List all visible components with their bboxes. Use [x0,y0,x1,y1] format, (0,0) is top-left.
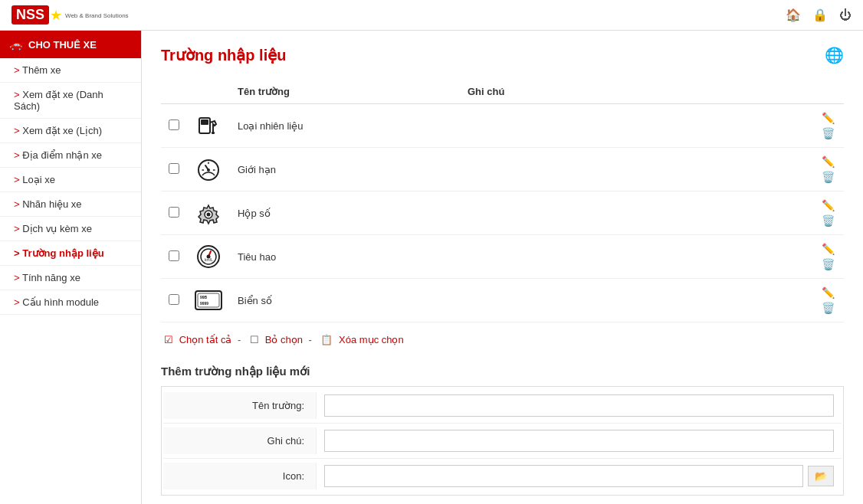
delete-button-2[interactable]: 🗑️ [820,169,836,185]
form-input-wrap-icon: 📂 [317,459,842,493]
col-header-check [161,80,187,104]
svg-rect-1 [201,119,208,125]
sidebar-item-them-xe[interactable]: Thêm xe [0,58,141,83]
row-checkbox-2[interactable] [169,163,179,174]
row-note-1 [460,104,798,148]
add-form-title: Thêm trường nhập liệu mới [161,365,844,378]
row-checkbox-3[interactable] [169,207,179,218]
edit-button-3[interactable]: ✏️ [820,198,836,213]
sidebar-item-xem-dat-xe-lich[interactable]: Xem đặt xe (Lịch) [0,119,141,143]
row-icon-speed [195,155,222,183]
layout: 🚗 CHO THUÊ XE Thêm xe Xem đặt xe (Danh S… [0,31,863,504]
table-row: Loại nhiên liệu ✏️ 🗑️ [161,104,844,148]
ghi-chu-input[interactable] [324,430,834,452]
form-label-icon: Icon: [163,463,317,489]
row-note-5 [460,279,798,322]
sidebar-item-cau-hinh[interactable]: Cấu hình module [0,290,141,315]
svg-text:km/L: km/L [205,257,213,262]
power-icon[interactable]: ⏻ [839,8,852,22]
form-row-ten-truong: Tên trường: [163,388,842,424]
sidebar-item-tinh-nang[interactable]: Tính năng xe [0,266,141,290]
row-icon-gear [195,199,222,227]
separator-2: - [309,334,315,345]
col-header-actions [798,80,844,104]
logo-star-icon: ★ [50,7,62,24]
form-input-wrap-ten-truong [317,388,842,423]
page-title-text: Trường nhập liệu [161,46,286,64]
header-icons: 🏠 🔒 ⏻ [786,8,852,22]
sidebar: 🚗 CHO THUÊ XE Thêm xe Xem đặt xe (Danh S… [0,31,142,504]
row-name-5: Biển số [230,279,460,322]
delete-selected-link[interactable]: Xóa mục chọn [339,334,404,345]
sidebar-item-dia-diem[interactable]: Địa điểm nhận xe [0,143,141,168]
svg-point-6 [207,213,211,217]
row-checkbox-4[interactable] [169,250,179,261]
col-header-icon [187,80,230,104]
logo-subtitle: Web & Brand Solutions [65,13,129,19]
edit-button-1[interactable]: ✏️ [820,110,836,126]
svg-point-4 [207,169,210,172]
sidebar-item-loai-xe[interactable]: Loại xe [0,168,141,192]
row-icon-fuel [195,112,222,139]
select-all-link[interactable]: Chọn tất cả [179,334,232,345]
globe-icon[interactable]: 🌐 [825,46,844,64]
deselect-link[interactable]: Bỏ chọn [265,334,303,345]
sidebar-title: 🚗 CHO THUÊ XE [0,31,141,58]
logo-nss-text: NSS [11,5,49,25]
add-form-table: Tên trường: Ghi chú: Icon: 📂 [161,386,844,496]
edit-button-5[interactable]: ✏️ [820,285,836,300]
sidebar-item-nhan-hieu[interactable]: Nhãn hiệu xe [0,192,141,217]
car-icon: 🚗 [9,38,22,51]
col-header-ghi-chu: Ghi chú [460,80,798,104]
row-icon-plate: 99B 9999 [195,286,222,314]
home-icon[interactable]: 🏠 [786,8,801,22]
browse-icon-button[interactable]: 📂 [808,466,834,486]
svg-text:9999: 9999 [200,301,208,306]
sidebar-item-dich-vu[interactable]: Dịch vụ kèm xe [0,217,141,241]
delete-button-4[interactable]: 🗑️ [820,257,836,272]
lock-icon[interactable]: 🔒 [812,8,828,22]
fields-table: Tên trường Ghi chú [161,80,844,322]
page-title-row: Trường nhập liệu 🌐 [161,46,844,64]
ten-truong-input[interactable] [324,394,834,417]
delete-selected-icon: 📋 [320,334,333,345]
table-row: Hộp số ✏️ 🗑️ [161,191,844,235]
table-row: km/L Tiêu hao ✏️ 🗑️ [161,235,844,279]
icon-input[interactable] [324,465,803,487]
sidebar-item-xem-dat-xe-ds[interactable]: Xem đặt xe (Danh Sách) [0,83,141,119]
checkbox-deselect-icon: ☐ [250,334,259,345]
separator-1: - [238,334,244,345]
row-name-1: Loại nhiên liệu [230,104,460,148]
checkbox-select-all-icon: ☑ [164,334,173,345]
table-row: 99B 9999 Biển số ✏️ 🗑️ [161,279,844,322]
table-actions: ☑ Chọn tất cả - ☐ Bỏ chọn - 📋 Xóa mục ch… [161,334,844,345]
row-name-3: Hộp số [230,191,460,235]
edit-button-4[interactable]: ✏️ [820,241,836,257]
delete-button-1[interactable]: 🗑️ [820,126,836,141]
row-note-4 [460,235,798,279]
svg-rect-11 [195,291,221,309]
sidebar-title-text: CHO THUÊ XE [28,39,97,51]
row-checkbox-1[interactable] [169,119,179,130]
form-row-ghi-chu: Ghi chú: [163,424,842,459]
row-name-2: Giới hạn [230,148,460,191]
sidebar-item-truong-nhap-lieu[interactable]: Trường nhập liệu [0,241,141,266]
svg-rect-2 [212,132,215,134]
row-icon-gauge: km/L [195,243,222,270]
form-input-wrap-ghi-chu [317,424,842,458]
row-note-3 [460,191,798,235]
logo: NSS★ Web & Brand Solutions [11,5,129,25]
edit-button-2[interactable]: ✏️ [820,154,836,169]
main-content: Trường nhập liệu 🌐 Tên trường Ghi chú [142,31,863,504]
delete-button-3[interactable]: 🗑️ [820,213,836,228]
svg-text:99B: 99B [200,295,208,299]
table-row: Giới hạn ✏️ 🗑️ [161,148,844,191]
form-label-ten-truong: Tên trường: [163,392,317,419]
row-name-4: Tiêu hao [230,235,460,279]
form-label-ghi-chu: Ghi chú: [163,427,317,454]
delete-button-5[interactable]: 🗑️ [820,300,836,316]
col-header-ten-truong: Tên trường [230,80,460,104]
header: NSS★ Web & Brand Solutions 🏠 🔒 ⏻ [0,0,863,31]
row-note-2 [460,148,798,191]
row-checkbox-5[interactable] [169,294,179,305]
